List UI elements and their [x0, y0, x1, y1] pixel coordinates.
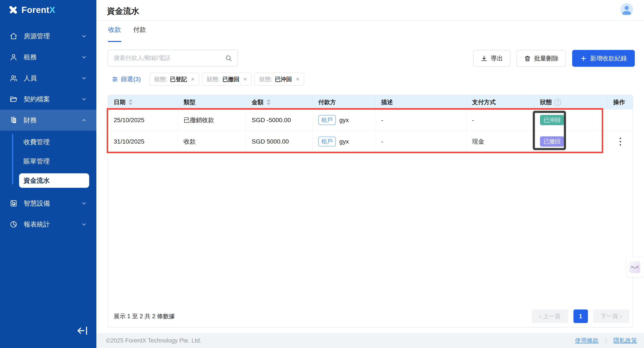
- tab-bar: 收款 付款: [108, 25, 146, 42]
- column-header-payer: 付款方: [312, 95, 376, 109]
- submenu-item-fee-management[interactable]: 收費管理: [0, 132, 96, 152]
- table-row[interactable]: 25/10/2025 已撤銷收款 SGD -5000.00 租戶 gyx - -…: [108, 109, 633, 131]
- submenu-item-label: 賬單管理: [24, 157, 50, 166]
- filter-chip-reversed: 狀態: 已沖回 ×: [254, 73, 304, 86]
- collapse-arrow-icon: [77, 325, 88, 336]
- user-avatar[interactable]: [620, 3, 633, 16]
- sidebar-item-label: 房源管理: [24, 32, 81, 41]
- chip-field: 狀態:: [154, 75, 167, 83]
- cell-description: -: [376, 109, 466, 131]
- prev-page-button[interactable]: ‹ 上一頁: [532, 310, 568, 323]
- search-input[interactable]: [108, 55, 225, 61]
- brand-x-icon: [8, 4, 18, 15]
- filter-chip-registered: 狀態: 已登記 ×: [150, 73, 199, 86]
- sort-icon: [266, 99, 270, 105]
- column-header-type: 類型: [178, 95, 246, 109]
- chip-field: 狀態:: [207, 75, 220, 83]
- submenu-item-label: 資金流水: [24, 176, 50, 185]
- chip-value: 已沖回: [275, 75, 292, 83]
- cell-date: 25/10/2025: [108, 109, 178, 131]
- status-badge-withdrawn: 已撤回: [540, 136, 564, 147]
- filter-button[interactable]: 篩選(3): [112, 75, 141, 83]
- add-record-label: 新增收款紀錄: [590, 54, 627, 63]
- column-header-date[interactable]: 日期: [108, 95, 178, 109]
- home-icon: [10, 32, 18, 40]
- page-number-1[interactable]: 1: [574, 310, 588, 323]
- more-actions-icon[interactable]: [618, 135, 623, 148]
- cell-amount: SGD -5000.00: [246, 109, 312, 131]
- privacy-link[interactable]: 隱私政策: [613, 337, 637, 345]
- cell-status: 已撤回: [534, 131, 608, 152]
- sidebar-item-label: 智慧設備: [24, 199, 81, 208]
- feedback-face-icon[interactable]: >ᴗ<: [629, 261, 640, 273]
- sidebar-item-reports[interactable]: 報表統計: [0, 214, 96, 235]
- column-header-amount[interactable]: 金額: [246, 95, 312, 109]
- sidebar-collapse-button[interactable]: [77, 325, 88, 336]
- sidebar-item-properties[interactable]: 房源管理: [0, 26, 96, 47]
- chip-field: 狀態:: [259, 75, 272, 83]
- chevron-down-icon: [81, 75, 87, 81]
- table-row[interactable]: 31/10/2025 收款 SGD 5000.00 租戶 gyx - 現金 已撤…: [108, 131, 633, 152]
- help-icon[interactable]: ?: [554, 99, 561, 106]
- sidebar-item-label: 人員: [24, 74, 81, 83]
- sidebar: ForentX 房源管理 租務 人員 契約檔案 財務: [0, 0, 96, 348]
- footer-links: 使用條款 | 隱私政策: [575, 337, 637, 345]
- chip-value: 已撤回: [222, 75, 240, 83]
- trash-icon: [524, 55, 531, 62]
- chevron-down-icon: [81, 221, 87, 227]
- sidebar-item-smart-devices[interactable]: 智慧設備: [0, 193, 96, 214]
- cell-status: 已沖回: [534, 109, 608, 131]
- column-header-description: 描述: [376, 95, 466, 109]
- status-badge-reversed: 已沖回: [540, 115, 564, 125]
- top-header: [96, 0, 644, 21]
- sidebar-item-people[interactable]: 人員: [0, 68, 96, 89]
- pie-chart-icon: [10, 220, 18, 228]
- add-receipt-record-button[interactable]: 新增收款紀錄: [572, 50, 635, 67]
- sidebar-item-contracts[interactable]: 契約檔案: [0, 89, 96, 110]
- sidebar-item-label: 契約檔案: [24, 95, 81, 104]
- bulk-delete-label: 批量刪除: [534, 54, 558, 63]
- brand-logo[interactable]: ForentX: [0, 0, 96, 20]
- page-title: 資金流水: [107, 6, 139, 17]
- pagination-summary: 展示 1 至 2 共 2 條數據: [114, 312, 175, 320]
- bulk-delete-button[interactable]: 批量刪除: [516, 50, 566, 67]
- next-page-button[interactable]: 下一頁 ›: [593, 310, 630, 323]
- payer-name: gyx: [339, 117, 349, 124]
- cell-description: -: [376, 131, 466, 152]
- finance-doc-icon: [10, 116, 18, 124]
- tab-receipts[interactable]: 收款: [108, 25, 121, 42]
- fund-flow-table-card: 日期 類型 金額 付款方 描述 支付方式 狀態 ? 操作 25/10/2025 …: [108, 95, 633, 328]
- sidebar-item-label: 租務: [24, 53, 81, 62]
- export-button[interactable]: 導出: [473, 50, 510, 67]
- chip-close-icon[interactable]: ×: [190, 76, 194, 83]
- table-pagination: 展示 1 至 2 共 2 條數據 ‹ 上一頁 1 下一頁 ›: [114, 309, 629, 323]
- column-header-actions: 操作: [608, 95, 633, 109]
- cell-payer: 租戶 gyx: [312, 131, 376, 152]
- submenu-item-fund-flow[interactable]: 資金流水: [0, 171, 96, 190]
- pagination-controls: ‹ 上一頁 1 下一頁 ›: [532, 310, 629, 323]
- terms-link[interactable]: 使用條款: [575, 337, 599, 345]
- page-footer: ©2025 ForentX Technology Pte. Ltd. 使用條款 …: [96, 333, 644, 348]
- chip-close-icon[interactable]: ×: [242, 76, 247, 83]
- tab-payments[interactable]: 付款: [133, 25, 146, 42]
- folder-icon: [10, 95, 18, 103]
- export-label: 導出: [491, 54, 503, 63]
- cell-type: 收款: [178, 131, 246, 152]
- cell-method: 現金: [466, 131, 534, 152]
- download-icon: [480, 55, 488, 62]
- active-submenu-pill[interactable]: 資金流水: [19, 173, 89, 188]
- sidebar-item-finance[interactable]: 財務: [0, 110, 96, 131]
- submenu-item-bill-management[interactable]: 賬單管理: [0, 152, 96, 171]
- sidebar-item-label: 報表統計: [24, 220, 81, 229]
- tenant-tag: 租戶: [318, 137, 336, 146]
- cell-actions: [608, 131, 633, 152]
- cell-amount: SGD 5000.00: [246, 131, 312, 152]
- search-icon: [225, 54, 232, 62]
- sidebar-item-tenancy[interactable]: 租務: [0, 47, 96, 68]
- filter-row: 篩選(3) 狀態: 已登記 × 狀態: 已撤回 × 狀態: 已沖回 ×: [112, 73, 307, 86]
- submenu-indicator-line: [12, 134, 13, 185]
- chip-close-icon[interactable]: ×: [294, 76, 300, 83]
- sidebar-menu: 房源管理 租務 人員 契約檔案 財務 收費管理: [0, 26, 96, 235]
- cell-method: -: [466, 109, 534, 131]
- sidebar-item-label: 財務: [24, 116, 81, 125]
